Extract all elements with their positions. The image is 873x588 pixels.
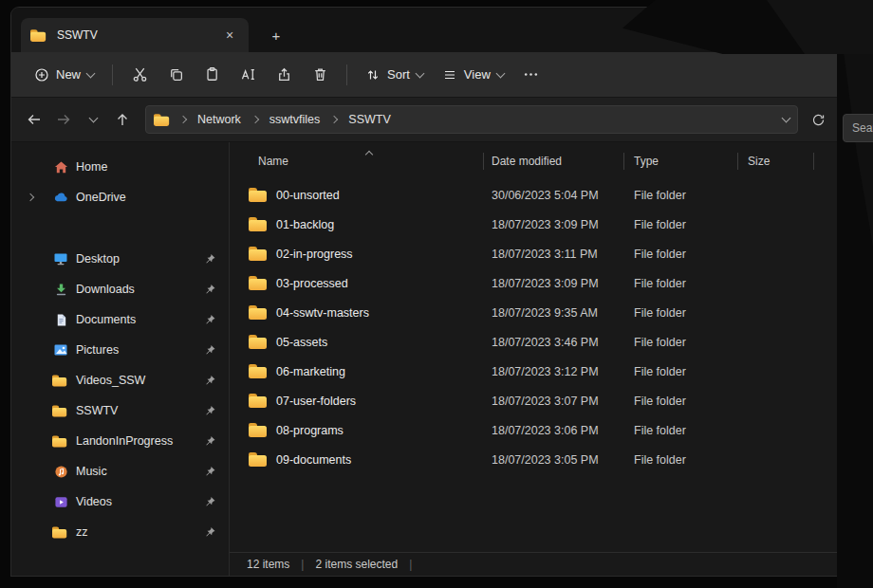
file-date: 18/07/2023 9:35 AM [484, 306, 624, 320]
file-rows: 00-unsorted 30/06/2023 5:04 PM File fold… [230, 180, 837, 552]
folder-icon [53, 403, 68, 418]
chevron-down-icon [495, 68, 505, 78]
file-name: 04-sswtv-masters [276, 306, 369, 320]
file-row[interactable]: 06-marketing 18/07/2023 3:12 PM File fol… [230, 357, 837, 386]
pin-icon[interactable] [204, 496, 216, 508]
file-date: 18/07/2023 3:12 PM [484, 365, 624, 378]
file-date: 18/07/2023 3:09 PM [484, 277, 624, 290]
music-icon [53, 464, 68, 479]
back-button[interactable] [21, 106, 47, 133]
breadcrumb-sswtv[interactable]: SSWTV [345, 111, 393, 128]
chevron-down-icon [86, 68, 96, 78]
delete-button[interactable] [302, 59, 338, 91]
pin-icon[interactable] [204, 526, 216, 539]
file-list-pane: Name Date modified Type Size 00-unsorted… [229, 142, 837, 576]
column-header-row: Name Date modified Type Size [230, 142, 837, 180]
close-tab-icon[interactable] [220, 26, 239, 45]
column-header-size[interactable]: Size [738, 142, 814, 180]
recent-locations-button[interactable] [80, 106, 106, 133]
file-name: 06-marketing [276, 365, 345, 378]
breadcrumb-separator [179, 116, 187, 123]
column-header-date-modified[interactable]: Date modified [484, 142, 624, 180]
see-more-button[interactable] [513, 59, 549, 91]
pin-icon[interactable] [204, 314, 216, 326]
new-button[interactable]: New [25, 59, 103, 91]
pin-icon[interactable] [204, 466, 216, 478]
refresh-button[interactable] [805, 106, 831, 133]
breadcrumb-sswtvfiles[interactable]: sswtvfiles [267, 111, 323, 128]
file-explorer-window: SSWTV New [11, 8, 837, 576]
folder-icon [249, 452, 267, 467]
file-row[interactable]: 05-assets 18/07/2023 3:46 PM File folder [230, 327, 837, 357]
address-bar[interactable]: Network sswtvfiles SSWTV [145, 105, 798, 134]
sidebar-item-music[interactable]: Music [11, 456, 229, 487]
pin-icon[interactable] [204, 344, 216, 357]
file-name: 09-documents [276, 453, 351, 467]
file-row[interactable]: 02-in-progress 18/07/2023 3:11 PM File f… [230, 239, 837, 268]
new-tab-button[interactable] [264, 23, 288, 47]
sidebar-item-home[interactable]: Home [11, 152, 229, 182]
view-button[interactable]: View [433, 59, 513, 91]
search-input[interactable]: Search [843, 114, 873, 142]
sidebar-item-sswtv[interactable]: SSWTV [11, 395, 229, 426]
sidebar-item-videos[interactable]: Videos [11, 487, 229, 517]
cut-button[interactable] [121, 59, 158, 91]
file-row[interactable]: 08-programs 18/07/2023 3:06 PM File fold… [230, 415, 837, 445]
file-name: 05-assets [276, 336, 327, 349]
sidebar-item-label: Videos_SSW [76, 374, 145, 387]
folder-icon [249, 305, 267, 320]
command-bar: New [11, 52, 837, 98]
navigation-pane: Home OneDrive Desktop [11, 142, 229, 576]
sidebar-item-label: SSWTV [76, 404, 118, 417]
file-date: 18/07/2023 3:09 PM [484, 218, 624, 231]
pin-icon[interactable] [204, 253, 216, 266]
sidebar-item-label: Videos [76, 495, 112, 508]
file-row[interactable]: 03-processed 18/07/2023 3:09 PM File fol… [230, 268, 837, 298]
file-row[interactable]: 09-documents 18/07/2023 3:05 PM File fol… [230, 445, 837, 474]
pin-icon[interactable] [204, 375, 216, 387]
sidebar-item-desktop[interactable]: Desktop [11, 244, 229, 274]
column-header-type[interactable]: Type [624, 142, 738, 180]
address-dropdown-icon[interactable] [782, 114, 791, 123]
onedrive-cloud-icon [53, 190, 68, 205]
sidebar-item-zz[interactable]: zz [11, 517, 229, 547]
downloads-icon [53, 282, 68, 297]
paste-button[interactable] [194, 59, 230, 91]
share-button[interactable] [266, 59, 302, 91]
pictures-icon [53, 342, 68, 358]
sidebar-item-landoninprogress[interactable]: LandonInProgress [11, 426, 229, 456]
sidebar-item-onedrive[interactable]: OneDrive [11, 182, 229, 212]
rename-button[interactable] [230, 59, 266, 91]
file-row[interactable]: 07-user-folders 18/07/2023 3:07 PM File … [230, 386, 837, 415]
forward-arrow-icon [56, 112, 71, 127]
paste-icon [204, 66, 220, 83]
pin-icon[interactable] [204, 435, 216, 448]
forward-button[interactable] [50, 106, 77, 133]
column-header-name[interactable]: Name [230, 142, 484, 180]
up-button[interactable] [109, 106, 136, 133]
expander-chevron-icon[interactable] [27, 193, 34, 201]
folder-icon [249, 217, 267, 231]
file-row[interactable]: 01-backlog 18/07/2023 3:09 PM File folde… [230, 210, 837, 239]
sidebar-item-videos-ssw[interactable]: Videos_SSW [11, 365, 229, 395]
sidebar-item-pictures[interactable]: Pictures [11, 335, 229, 365]
copy-icon [168, 66, 184, 83]
tab-sswtv[interactable]: SSWTV [21, 18, 249, 52]
file-row[interactable]: 00-unsorted 30/06/2023 5:04 PM File fold… [230, 180, 837, 210]
sidebar-section-gap [11, 212, 229, 244]
sidebar-item-label: OneDrive [76, 191, 126, 204]
folder-icon [249, 364, 267, 378]
folder-icon [249, 335, 267, 349]
toolbar-divider [112, 64, 113, 85]
breadcrumb-network[interactable]: Network [195, 111, 244, 128]
sidebar-item-documents[interactable]: Documents [11, 304, 229, 335]
sidebar-item-downloads[interactable]: Downloads [11, 274, 229, 304]
back-arrow-icon [27, 112, 42, 127]
pin-icon[interactable] [204, 405, 216, 417]
sort-button[interactable]: Sort [356, 59, 433, 91]
chevron-down-icon [88, 114, 98, 123]
pin-icon[interactable] [204, 284, 216, 296]
new-button-label: New [56, 67, 81, 82]
file-row[interactable]: 04-sswtv-masters 18/07/2023 9:35 AM File… [230, 298, 837, 327]
copy-button[interactable] [158, 59, 194, 91]
